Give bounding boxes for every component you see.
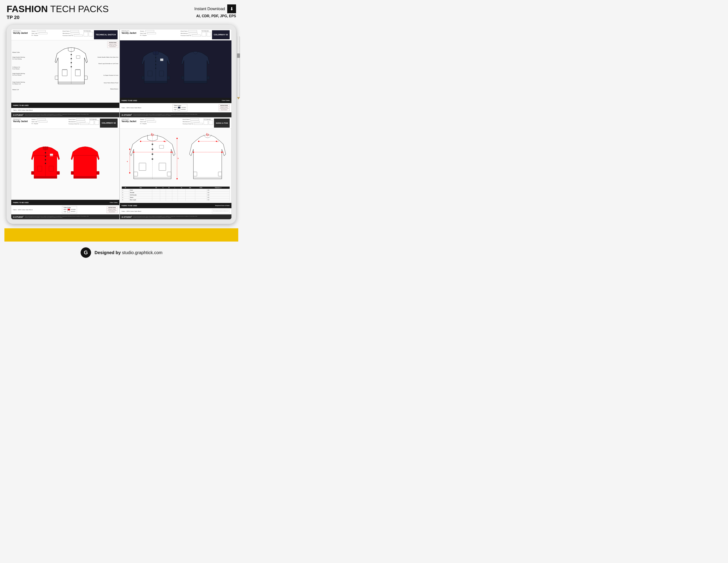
panel4-manufacturer-row: Manufacturer: <box>183 121 203 122</box>
panel1-po-box[interactable] <box>74 35 83 36</box>
cell-shoulder-s <box>160 191 166 194</box>
cell-halfshoulder-m <box>166 194 172 196</box>
cell-chest-m <box>166 189 172 191</box>
panel4-prod-box2[interactable] <box>209 120 213 125</box>
panel4-stylecode-row: Style Code : <box>140 121 182 122</box>
panel2-gstudio-text: Before purchasing this product, please v… <box>133 114 200 116</box>
svg-point-16 <box>155 57 156 58</box>
panel3-stylecode-box[interactable] <box>39 121 47 122</box>
panel3-prod-box1[interactable] <box>90 120 94 125</box>
col-l: L <box>172 186 178 189</box>
table-row: 2 Shoulder 0.5 <box>122 191 230 194</box>
panel1-brand-label: Brand Name: <box>63 30 70 32</box>
panel4-stylecode-box[interactable] <box>147 121 156 122</box>
tablet: PRODUCT: Varsity Jacket Season : Style C… <box>7 25 236 224</box>
cell-shoulder-l <box>172 191 178 194</box>
panel1-manufacturer-box[interactable] <box>71 32 79 34</box>
svg-point-18 <box>155 64 156 65</box>
panel1-stylecode-box[interactable] <box>39 32 47 34</box>
panel1-prod-box1[interactable] <box>84 32 88 36</box>
panel4-fabric-content: Fabric : 100% Cotton Satin Blend <box>120 208 231 214</box>
panel4-product-info: PRODUCT: Varsity Jacket <box>122 118 139 128</box>
panel2-inst-text: REMOVE OR ADD LOGO AS PER YOUR REQUIREME… <box>219 107 229 110</box>
panel2-prod-box1[interactable] <box>202 32 206 36</box>
panel3-brand-row: Brand Name: <box>69 118 89 120</box>
cell-halfshoulder-s <box>160 194 166 196</box>
panel1-prod-box2[interactable] <box>89 32 93 36</box>
cell-sno1: 1 <box>122 189 129 191</box>
panel2-manufacturer-box[interactable] <box>189 32 197 34</box>
panel3-po-box[interactable] <box>80 123 89 125</box>
annot-zipper: 2x Zipper Pockets On Front <box>103 75 118 76</box>
svg-point-79 <box>216 141 217 142</box>
svg-text:2: 2 <box>218 141 218 142</box>
panel1-fit-row: Fit : Regular <box>32 35 62 36</box>
panel1-season-label: Season : <box>32 30 36 32</box>
panel3-season-box[interactable] <box>37 118 46 120</box>
panel2-badge: COLORWAY 03 <box>212 30 230 39</box>
svg-text:1: 1 <box>151 133 152 135</box>
cell-halfshoulder-xs <box>152 194 160 196</box>
panel3-product-label: PRODUCT: <box>13 118 31 120</box>
annot-double-needle: Double Needle Hidden Sew Open Arm <box>98 56 118 58</box>
annot-sn2-text1: Single Needle Stitching <box>12 73 25 75</box>
cell-sno4: 4 <box>122 196 129 199</box>
cell-backlength-s <box>160 199 166 201</box>
panel2-po-box[interactable] <box>192 35 201 36</box>
panel4-po-box[interactable] <box>194 123 203 125</box>
svg-point-83 <box>221 152 222 153</box>
svg-point-57 <box>140 141 141 142</box>
panel2-season-box[interactable] <box>145 30 154 32</box>
cell-chest-xl <box>178 189 186 191</box>
col-xxxl: XXXL <box>195 186 207 189</box>
svg-point-70 <box>176 178 178 179</box>
cell-sleeve-xxxl <box>195 196 207 199</box>
panel2-gstudio-logo: G-STUDIO© <box>122 114 132 116</box>
panel4-brand-row: Brand Name: <box>183 118 203 120</box>
panel2-manufacturer-label: Manufacturer: <box>181 33 188 34</box>
panel4-season-label: Season : <box>140 119 145 120</box>
panel1-sketch-area: INSTRUCTIONS REMOVE OR ADD LOGO AS PER Y… <box>11 40 119 103</box>
panel3-prod-boxes <box>90 120 99 125</box>
panel4-manufacturer-box[interactable] <box>191 121 199 122</box>
cell-halfshoulder-xxxl <box>195 194 207 196</box>
panel2-prod-box2[interactable] <box>207 32 211 36</box>
annot-sn3-text2: On Ribbed Cuff <box>12 83 25 85</box>
panel1-badge-text: TECHNICAL SKETCH <box>96 34 116 36</box>
panel1-brand-box[interactable] <box>70 30 79 32</box>
svg-point-45 <box>152 148 153 150</box>
panel2-brand-box[interactable] <box>188 30 197 32</box>
panel2-season-fields: Season : Style Code : Fit : Regular <box>140 30 180 39</box>
panel4-gstudio-footer: G-STUDIO© Before purchasing this product… <box>120 214 231 219</box>
annot-brand-logo: Brand Logo Embroider on Left Chest <box>98 63 118 64</box>
annot-sn1-text1: Single Needle Stitching <box>12 56 25 58</box>
panel3-red-jacket-area <box>11 129 119 200</box>
cell-halfshoulder: Half Shoulder <box>129 194 152 196</box>
panel3-manufacturer-box[interactable] <box>77 121 85 122</box>
panel4-gstudio-logo: G-STUDIO© <box>122 216 132 218</box>
panel1-season-box[interactable] <box>37 30 46 32</box>
panel2-production-fields: Pre Production <box>202 30 211 39</box>
annot-sn2-text2: On Front Placket <box>12 74 25 76</box>
panel3-po-label: Purchase Order No. <box>69 123 79 124</box>
download-icon[interactable]: ⬇ <box>227 4 236 13</box>
panel4-brand-label: Brand Name: <box>183 119 190 120</box>
panel3-fit-row: Fit : Regular <box>32 123 68 124</box>
panel2-stylecode-box[interactable] <box>147 32 156 34</box>
panel-colorway03: PRODUCT: Varsity Jacket Season : Style C… <box>120 29 232 117</box>
panel3-instructions-box: INSTRUCTIONS REMOVE OR ADD LOGO AS PER Y… <box>107 206 118 213</box>
panel4-brand-box[interactable] <box>190 118 199 120</box>
panel3-logo-color-code: #FFFFFF <box>71 211 75 212</box>
panel4-season-box[interactable] <box>145 118 154 120</box>
panel1-brand-fields: Brand Name: Manufacturer: Purchase Order… <box>63 30 83 39</box>
panel4-prod-box1[interactable] <box>204 120 208 125</box>
cell-sno3: 3 <box>122 194 129 196</box>
panel4-back-measurement: 1 2 3 <box>186 130 230 186</box>
panel2-po-label: Purchase Order No. <box>181 35 191 36</box>
cell-backlength-tol: 0.5 <box>207 199 230 201</box>
panel3-prod-box2[interactable] <box>95 120 99 125</box>
panel2-badge-text: COLORWAY 03 <box>214 34 228 36</box>
svg-rect-28 <box>184 81 207 83</box>
svg-point-30 <box>45 152 46 153</box>
panel3-brand-box[interactable] <box>76 118 85 120</box>
